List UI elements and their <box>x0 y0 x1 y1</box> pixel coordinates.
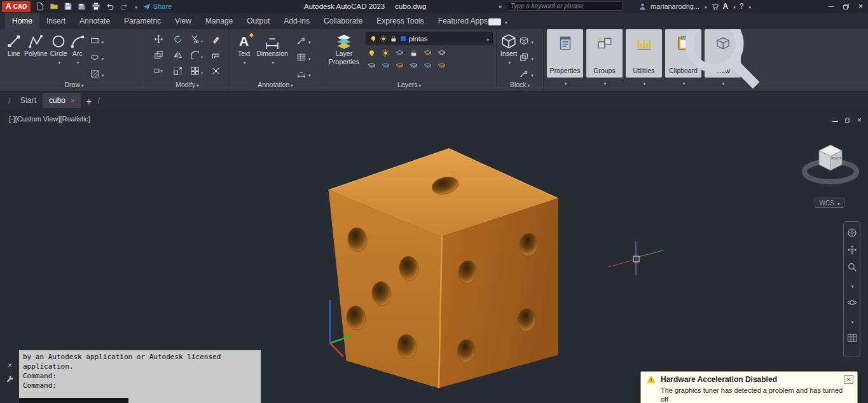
restore-window-button[interactable] <box>839 0 853 13</box>
explode-button[interactable] <box>211 66 221 76</box>
notification-close-button[interactable]: × <box>844 375 853 384</box>
fillet-button[interactable] <box>190 50 203 61</box>
properties-panel-expander[interactable] <box>563 76 567 87</box>
viewport-restore-button[interactable] <box>844 117 851 123</box>
groups-panel-expander[interactable] <box>603 76 607 87</box>
command-window-customize-icon[interactable] <box>6 375 14 383</box>
ribbon-tab-insert[interactable]: Insert <box>39 13 72 29</box>
undo-button[interactable] <box>106 2 114 11</box>
zoom-icon[interactable] <box>847 262 857 272</box>
polyline-button[interactable]: Polyline <box>23 31 49 80</box>
ribbon-tab-annotate[interactable]: Annotate <box>72 13 117 29</box>
text-button[interactable]: AText <box>237 31 251 80</box>
modify-panel-label[interactable]: Modify <box>146 80 228 91</box>
dimension-style-button[interactable] <box>297 68 311 79</box>
properties-button[interactable]: Properties <box>547 29 583 78</box>
viewport-minimize-button[interactable] <box>832 121 838 122</box>
layer-delete-icon[interactable] <box>410 62 418 70</box>
table-button[interactable] <box>297 51 311 63</box>
ribbon-tab-home[interactable]: Home <box>5 13 39 29</box>
search-input[interactable] <box>507 1 623 11</box>
scale-button[interactable] <box>173 66 183 76</box>
orbit-flyout-caret[interactable] <box>850 315 854 326</box>
ribbon-tab-parametric[interactable]: Parametric <box>117 13 168 29</box>
viewcube[interactable]: RIGHT S <box>799 137 862 191</box>
array-button[interactable] <box>190 65 203 77</box>
plot-button[interactable] <box>92 2 100 11</box>
ribbon-tab-view[interactable]: View <box>168 13 198 29</box>
layer-match-icon[interactable] <box>424 49 432 57</box>
quick-access-customize-button[interactable] <box>134 3 137 10</box>
erase-button[interactable] <box>211 34 221 44</box>
dice-3d-model[interactable] <box>329 149 558 388</box>
layer-lock-icon[interactable] <box>410 49 418 57</box>
ribbon-tab-featured-apps[interactable]: Featured Apps <box>431 13 495 29</box>
save-as-button[interactable] <box>78 2 86 11</box>
ribbon-tab-output[interactable]: Output <box>240 13 277 29</box>
user-menu-caret[interactable] <box>703 3 707 10</box>
copy-button[interactable] <box>154 50 163 60</box>
ribbon-display-toggle[interactable] <box>488 17 507 26</box>
move-button[interactable] <box>154 34 163 44</box>
file-tab-cubo[interactable]: cubo× <box>43 93 81 108</box>
groups-button[interactable]: Groups <box>586 29 623 78</box>
viewport-close-button[interactable]: × <box>857 116 862 125</box>
close-window-button[interactable]: × <box>853 0 868 13</box>
rectangle-button[interactable] <box>90 35 104 46</box>
layer-freeze-vp-icon[interactable] <box>382 62 390 70</box>
open-file-button[interactable] <box>50 2 59 11</box>
autodesk-app-caret[interactable] <box>732 3 736 10</box>
close-tab-icon[interactable]: × <box>71 97 74 104</box>
layer-previous-icon[interactable] <box>424 62 432 70</box>
block-panel-label[interactable]: Block <box>497 80 543 91</box>
layer-isolate-icon[interactable] <box>382 49 390 57</box>
mirror-button[interactable] <box>173 50 183 60</box>
command-window[interactable]: by an Autodesk application or Autodesk l… <box>19 350 261 403</box>
redo-button[interactable] <box>120 2 128 11</box>
create-block-button[interactable] <box>520 35 534 46</box>
minimize-window-button[interactable]: ─ <box>824 0 839 13</box>
insert-block-button[interactable]: Insert <box>499 31 518 80</box>
layers-panel-label[interactable]: Layers <box>322 80 496 91</box>
ribbon-tab-addins[interactable]: Add-ins <box>277 13 317 29</box>
arc-button[interactable]: Arc <box>69 31 86 80</box>
draw-panel-label[interactable]: Draw <box>3 80 146 91</box>
steering-wheel-icon[interactable] <box>847 228 857 238</box>
ribbon-tab-collaborate[interactable]: Collaborate <box>317 13 369 29</box>
search-icon[interactable] <box>625 2 633 10</box>
help-caret[interactable] <box>747 3 751 10</box>
signed-in-user-button[interactable]: marianarodrig... <box>651 3 699 10</box>
file-tab-start[interactable]: Start <box>14 93 43 108</box>
model-space-viewport[interactable]: [-][Custom View][Realistic] × RIGHT S WC… <box>0 109 868 403</box>
stretch-button[interactable] <box>154 66 163 76</box>
new-tab-button[interactable]: + <box>86 95 92 106</box>
command-window-close-button[interactable]: × <box>8 361 12 370</box>
viewcube-compass-south[interactable]: S <box>809 174 813 181</box>
layer-off-icon[interactable] <box>368 49 376 57</box>
help-button[interactable]: ? <box>740 2 744 11</box>
search-scope-arrow[interactable]: ▸ <box>499 0 502 13</box>
orbit-icon[interactable] <box>847 297 857 308</box>
line-button[interactable]: Line <box>5 31 23 80</box>
rotate-button[interactable] <box>173 34 183 44</box>
autocad-app-menu-button[interactable]: ACAD <box>2 1 31 12</box>
pan-icon[interactable] <box>847 245 857 255</box>
dimension-button[interactable]: Dimension <box>255 31 289 80</box>
zoom-flyout-caret[interactable] <box>850 279 854 290</box>
ribbon-tab-manage[interactable]: Manage <box>198 13 240 29</box>
annotation-panel-label[interactable]: Annotation <box>229 80 322 91</box>
ribbon-tab-express-tools[interactable]: Express Tools <box>369 13 431 29</box>
command-input-bar[interactable] <box>19 398 128 403</box>
viewport-controls-label[interactable]: [-][Custom View][Realistic] <box>9 115 90 123</box>
share-button[interactable]: Share <box>142 3 172 11</box>
hatch-button[interactable] <box>90 68 104 79</box>
wcs-dropdown[interactable]: WCS <box>815 198 844 208</box>
write-block-button[interactable] <box>520 51 534 63</box>
show-motion-icon[interactable] <box>847 333 857 343</box>
layer-merge-icon[interactable] <box>396 62 404 70</box>
layer-dropdown-caret[interactable] <box>485 35 489 43</box>
circle-button[interactable]: Circle <box>49 31 69 80</box>
autodesk-app-button[interactable]: A <box>723 2 729 11</box>
trim-button[interactable] <box>190 34 203 45</box>
leader-button[interactable] <box>297 35 311 46</box>
